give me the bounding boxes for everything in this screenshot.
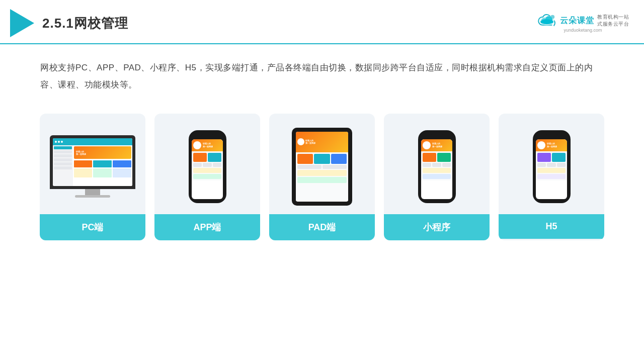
h5-label: H5 <box>499 214 604 239</box>
pc-screen-outer: 职通人的第一堂网课 <box>50 135 135 189</box>
desc-paragraph: 网校支持PC、APP、PAD、小程序、H5，实现多端打通，产品各终端自由切换，数… <box>40 59 604 94</box>
phone-screen-app: 职通人的第一堂网课 <box>192 139 223 199</box>
device-card-pad: 职通人的第一堂网课 <box>269 114 375 240</box>
device-card-app: 职通人的第一堂网课 <box>154 114 260 240</box>
cloud-icon <box>537 14 557 28</box>
devices-area: 职通人的第一堂网课 <box>0 99 644 250</box>
tablet-mockup: 职通人的第一堂网课 <box>292 128 352 206</box>
device-card-miniapp: 职通人的第一堂网课 <box>384 114 490 240</box>
h5-preview: 职通人的第一堂网课 <box>499 114 604 214</box>
app-label: APP端 <box>154 214 260 240</box>
brand-logo: 云朵课堂 教育机构一站 式服务云平台 <box>537 14 629 28</box>
brand-url: yunduoketang.com <box>564 28 602 33</box>
app-preview: 职通人的第一堂网课 <box>154 114 260 214</box>
miniapp-label: 小程序 <box>384 214 490 240</box>
miniapp-preview: 职通人的第一堂网课 <box>384 114 490 214</box>
tablet-screen: 职通人的第一堂网课 <box>296 132 348 202</box>
miniapp-notch <box>431 134 443 137</box>
phone-notch <box>201 134 214 137</box>
pc-label: PC端 <box>40 214 145 240</box>
device-card-pc: 职通人的第一堂网课 <box>40 114 145 240</box>
h5-notch <box>545 134 558 137</box>
pad-label: PAD端 <box>269 214 375 240</box>
pc-preview: 职通人的第一堂网课 <box>40 114 145 214</box>
pad-preview: 职通人的第一堂网课 <box>269 114 375 214</box>
description-text: 网校支持PC、APP、PAD、小程序、H5，实现多端打通，产品各终端自由切换，数… <box>0 44 644 99</box>
page-title: 2.5.1网校管理 <box>42 15 128 32</box>
phone-mockup-h5: 职通人的第一堂网课 <box>533 130 571 203</box>
brand-slogan-1: 教育机构一站 <box>597 14 629 21</box>
phone-screen-h5: 职通人的第一堂网课 <box>536 139 567 199</box>
svg-point-6 <box>540 20 553 25</box>
header: 2.5.1网校管理 云朵课堂 教育机构一站 式服务云平台 yunduoketan… <box>0 0 644 44</box>
brand-name: 云朵课堂 <box>560 16 594 26</box>
phone-mockup-miniapp: 职通人的第一堂网课 <box>418 130 456 203</box>
brand-slogan-2: 式服务云平台 <box>597 21 629 28</box>
device-card-h5: 职通人的第一堂网课 <box>499 114 604 240</box>
brand-area: 云朵课堂 教育机构一站 式服务云平台 yunduoketang.com <box>537 14 629 33</box>
pc-mockup: 职通人的第一堂网课 <box>50 135 135 198</box>
phone-mockup-app: 职通人的第一堂网课 <box>189 130 226 203</box>
header-left: 2.5.1网校管理 <box>10 9 128 37</box>
logo-icon <box>10 9 34 37</box>
pc-screen-inner: 职通人的第一堂网课 <box>53 138 132 186</box>
phone-screen-miniapp: 职通人的第一堂网课 <box>421 139 452 199</box>
